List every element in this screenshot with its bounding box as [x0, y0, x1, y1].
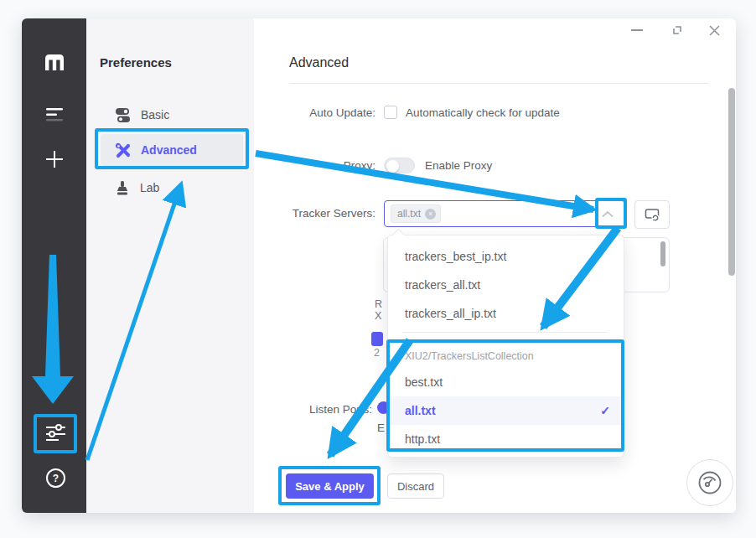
annotation-box-settings-icon	[34, 414, 77, 453]
dropdown-option[interactable]: trackers_all.txt	[388, 271, 624, 299]
close-icon	[708, 24, 721, 37]
restore-button[interactable]	[670, 23, 685, 37]
discard-button[interactable]: Discard	[387, 473, 444, 499]
sync-icon	[645, 208, 660, 222]
page-title: Advanced	[289, 55, 349, 70]
tag-remove-icon[interactable]: ×	[425, 209, 436, 220]
sidebar-item-label: Lab	[140, 181, 159, 194]
task-list-icon[interactable]	[44, 106, 65, 126]
hidden-purple-control-fragment	[371, 332, 383, 346]
hint-text-fragment: R	[375, 298, 382, 310]
restore-icon	[671, 24, 683, 36]
dropdown-divider	[403, 332, 608, 333]
page-scrollbar[interactable]	[728, 88, 735, 276]
proxy-label: Proxy:	[251, 159, 375, 172]
title-divider	[289, 83, 708, 84]
speed-limit-button[interactable]	[686, 459, 733, 506]
svg-text:?: ?	[53, 473, 59, 484]
dropdown-option[interactable]: trackers_all_ip.txt	[388, 299, 624, 328]
hint-text-fragment: 2	[374, 347, 380, 359]
toggle-knob	[386, 160, 399, 173]
tracker-tag-label: all.txt	[397, 208, 421, 220]
add-task-icon[interactable]	[44, 149, 65, 173]
nav-title: Preferences	[100, 55, 172, 70]
annotation-box-advanced	[95, 128, 249, 169]
sidebar-item-basic[interactable]: Basic	[101, 99, 243, 131]
preferences-nav-panel	[86, 18, 254, 513]
sync-trackers-button[interactable]	[634, 200, 670, 229]
minimize-button[interactable]	[629, 23, 645, 37]
tracker-servers-label: Tracker Servers:	[251, 207, 375, 220]
annotation-box-chevron	[595, 198, 627, 229]
hint-text-fragment: X	[375, 310, 381, 322]
lab-icon	[115, 180, 130, 196]
proxy-option-label: Enable Proxy	[425, 159, 492, 172]
textarea-scrollbar[interactable]	[660, 241, 665, 266]
sidebar-item-label: Basic	[141, 108, 169, 122]
auto-update-option-label: Automatically check for update	[406, 106, 560, 119]
speedometer-icon	[696, 469, 723, 496]
dropdown-option[interactable]: trackers_best_ip.txt	[388, 242, 624, 271]
hint-text-fragment: E	[377, 422, 385, 434]
tracker-servers-select[interactable]: all.txt ×	[384, 200, 625, 227]
minimize-icon	[631, 29, 643, 31]
help-icon[interactable]: ?	[45, 468, 66, 492]
tracker-tag: all.txt ×	[391, 204, 441, 223]
proxy-toggle[interactable]	[384, 158, 415, 173]
toggles-icon	[115, 107, 131, 123]
annotation-box-dropdown-group	[386, 339, 624, 452]
screenshot-root: ? Preferences Basic Advanced Lab Advance	[0, 0, 756, 538]
auto-update-label: Auto Update:	[251, 106, 375, 119]
sidebar-item-lab[interactable]: Lab	[101, 172, 243, 204]
motrix-logo	[44, 52, 65, 75]
annotation-box-save-button	[278, 466, 381, 505]
close-button[interactable]	[707, 23, 722, 38]
listen-ports-label: Listen Ports:	[248, 403, 372, 416]
auto-update-checkbox[interactable]	[384, 106, 397, 119]
